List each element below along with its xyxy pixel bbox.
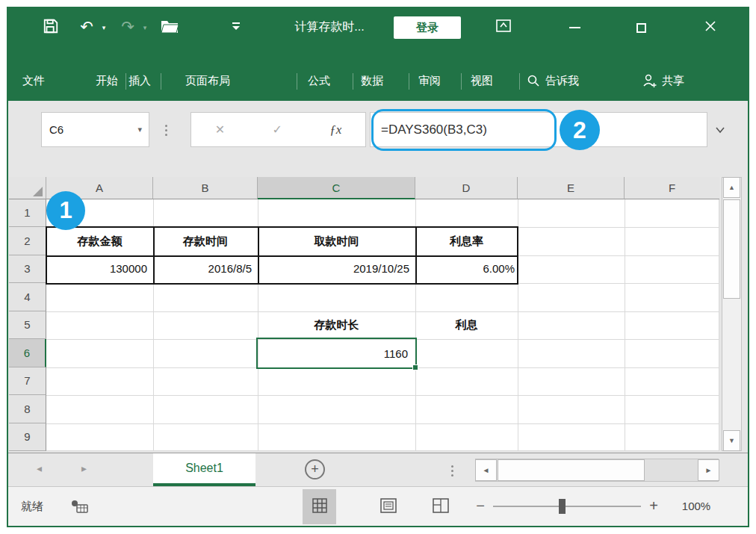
zoom-slider-thumb[interactable] [559,499,566,514]
tab-bar-splitter[interactable] [447,461,456,480]
select-all-corner[interactable] [9,177,46,199]
tab-page-layout[interactable]: 页面布局 [185,71,230,90]
cell-A3[interactable]: 130000 [46,255,152,282]
scroll-right-button[interactable]: ► [698,459,719,481]
cancel-icon[interactable]: ✕ [215,122,225,137]
undo-icon: ↶ [80,18,93,36]
search-icon [527,74,540,87]
zoom-slider[interactable] [493,506,641,507]
worksheet-grid: A B C D E F 1 2 3 4 5 6 7 8 9 [8,166,748,453]
arrow-up-icon: ▲ [728,184,735,191]
cell-C5[interactable]: 存款时长 [258,311,415,338]
redo-dropdown[interactable]: ▾ [140,23,149,32]
horizontal-scrollbar[interactable]: ◄ ► [475,459,719,482]
row-header-6[interactable]: 6 [9,339,46,367]
row-header-2[interactable]: 2 [9,227,46,255]
row-header-7[interactable]: 7 [9,367,46,395]
cell-C3[interactable]: 2019/10/25 [258,255,414,282]
sheet-nav-right-icon[interactable]: ▸ [81,462,87,474]
excel-window: ↶ ▾ ↷ ▾ 计算存款时... 登录 文件 开始 插入 页面布局 公式 数据 [7,7,749,527]
status-bar: 就绪 − + 100% [8,486,748,526]
cell-C6[interactable]: 1160 [258,340,412,367]
save-button[interactable] [41,18,61,37]
column-header-F[interactable]: F [625,177,719,199]
vertical-scrollbar-thumb[interactable] [723,199,740,299]
column-header-C[interactable]: C [258,177,415,199]
tell-me-label: 告诉我 [545,71,579,90]
row-header-4[interactable]: 4 [9,283,46,311]
ribbon-display-options-button[interactable] [486,14,521,41]
share-button[interactable]: 共享 [642,71,684,90]
horizontal-scrollbar-thumb[interactable] [498,459,645,481]
expand-formula-bar-button[interactable] [712,122,728,137]
tab-review[interactable]: 审阅 [418,71,441,90]
page-layout-view-button[interactable] [374,489,403,524]
cell-A2[interactable]: 存款金额 [46,228,153,255]
column-header-B[interactable]: B [153,177,258,199]
close-button[interactable] [692,14,729,41]
sheet-nav-left-icon[interactable]: ◂ [37,462,42,474]
scroll-left-button[interactable]: ◄ [475,459,497,481]
scroll-down-button[interactable]: ▼ [723,430,740,451]
vertical-scrollbar[interactable]: ▲ ▼ [722,177,742,451]
row-header-5[interactable]: 5 [9,311,46,339]
formula-input[interactable]: =DAYS360(B3,C3) [370,112,707,147]
row-header-8[interactable]: 8 [9,395,46,423]
page-break-preview-button[interactable] [426,489,456,524]
ribbon-tab-row: 文件 开始 插入 页面布局 公式 数据 审阅 视图 告诉我 共享 [8,46,748,101]
column-header-E[interactable]: E [518,177,625,199]
minimize-button[interactable] [557,14,592,41]
row-header-3[interactable]: 3 [9,255,46,283]
maximize-icon [636,23,646,33]
name-box[interactable]: C6 ▾ [41,112,149,147]
redo-button[interactable]: ↷ [118,16,137,37]
arrow-right-icon: ► [705,466,713,474]
tab-separator [126,73,126,90]
tab-data[interactable]: 数据 [361,71,383,90]
cell-D5[interactable]: 利息 [415,311,518,338]
zoom-in-icon[interactable]: + [644,487,663,524]
sign-in-button[interactable]: 登录 [394,16,461,39]
insert-function-icon[interactable]: ƒx [329,122,341,137]
zoom-out-icon[interactable]: − [471,487,489,524]
undo-dropdown[interactable]: ▾ [99,23,108,32]
tab-separator [353,73,353,90]
fill-handle[interactable] [412,364,418,370]
tab-separator [409,73,409,90]
tab-home[interactable]: 开始 [96,71,118,90]
cell-C2[interactable]: 取款时间 [258,228,415,255]
sheet-tab-sheet1[interactable]: Sheet1 [153,453,255,486]
scroll-up-button[interactable]: ▲ [723,177,740,198]
cell-B3[interactable]: 2016/8/5 [153,255,256,282]
open-button[interactable] [159,18,180,37]
enter-icon[interactable]: ✓ [272,122,282,137]
save-icon [43,18,59,37]
cell-B2[interactable]: 存款时间 [153,228,258,255]
chevron-down-icon [715,123,725,137]
page-break-preview-icon [433,498,449,516]
undo-button[interactable]: ↶ [77,16,96,37]
maximize-button[interactable] [624,14,658,41]
tab-file[interactable]: 文件 [22,71,45,90]
sheet-tab-bar: ◂ ▸ Sheet1 + ◄ ► [8,453,748,486]
zoom-level-label[interactable]: 100% [670,487,722,525]
row-header-1[interactable]: 1 [9,199,46,227]
tab-insert[interactable]: 插入 [128,71,151,90]
arrow-left-icon: ◄ [483,466,490,474]
cell-D2[interactable]: 利息率 [415,228,518,255]
formula-bar: C6 ▾ ✕ ✓ ƒx =DAYS360(B3,C3) 2 [8,101,748,166]
row-header-9[interactable]: 9 [9,423,46,451]
normal-view-button[interactable] [303,489,336,524]
qat-more-button[interactable] [229,21,243,34]
tell-me-box[interactable]: 告诉我 [527,71,579,90]
macro-record-icon[interactable] [71,499,89,517]
name-box-dropdown-icon[interactable]: ▾ [137,113,142,146]
tab-view[interactable]: 视图 [471,71,493,90]
add-sheet-button[interactable]: + [305,459,325,479]
cell-D3[interactable]: 6.00% [415,255,517,282]
formula-bar-splitter[interactable] [161,120,170,140]
column-header-D[interactable]: D [415,177,518,199]
share-person-icon [642,73,657,88]
tab-formulas[interactable]: 公式 [308,71,330,90]
arrow-down-icon: ▼ [728,437,735,444]
